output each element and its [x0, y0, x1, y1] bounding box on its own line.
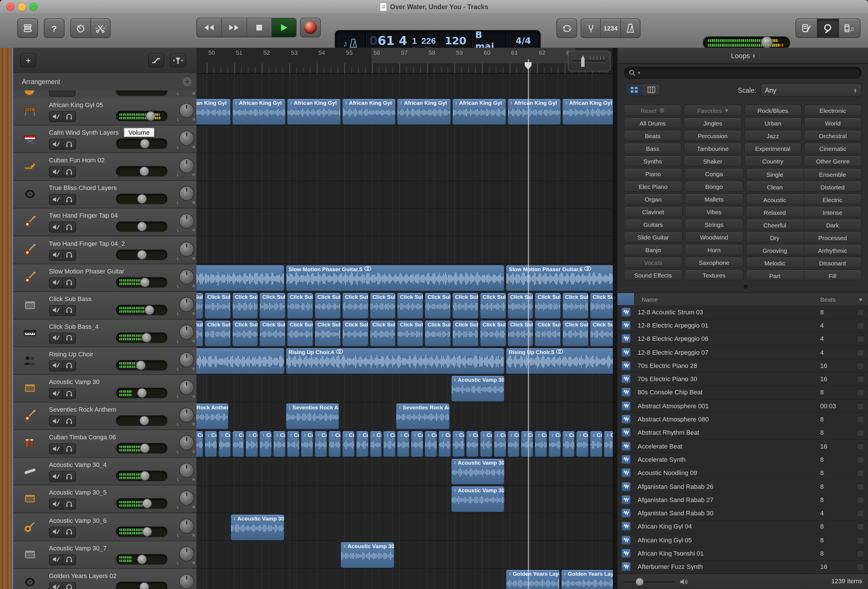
- track-volume-slider[interactable]: [116, 415, 168, 426]
- volume-thumb[interactable]: [139, 166, 149, 176]
- audio-region[interactable]: Click Sub Bass_2: [590, 292, 613, 319]
- track-volume-slider[interactable]: [116, 138, 168, 149]
- filter-button-banjo[interactable]: Banjo: [624, 244, 682, 255]
- audio-region[interactable]: Rising Up Choir.3: [196, 348, 285, 374]
- favorite-checkbox[interactable]: [856, 321, 865, 329]
- audio-region[interactable]: ↕African King Gyl: [397, 99, 451, 125]
- filter-button-grooving[interactable]: Grooving: [746, 245, 804, 255]
- time-ruler[interactable]: 505152535455565758596061626364: [196, 48, 613, 74]
- filter-button-bass[interactable]: Bass: [624, 143, 682, 154]
- favorite-checkbox[interactable]: [856, 442, 865, 450]
- editors-button[interactable]: [91, 19, 110, 37]
- region-lanes[interactable]: ↕African King Gyl ↕African King Gyl ↕Afr…: [196, 73, 613, 589]
- quick-help-button[interactable]: ?: [44, 18, 65, 38]
- audio-region[interactable]: Slow Motion Phaser Guitar.5: [286, 265, 505, 291]
- volume-thumb[interactable]: [137, 250, 147, 259]
- audio-region[interactable]: Click Sub Bass_7: [507, 320, 534, 347]
- mute-button[interactable]: [49, 250, 63, 261]
- audio-region[interactable]: Rising Up Choir.4: [286, 348, 505, 374]
- add-arrangement-button[interactable]: +: [183, 77, 192, 86]
- audio-region[interactable]: ↕Cuban Timba Conga: [260, 431, 272, 457]
- audio-region[interactable]: Click Sub Bass_7: [369, 320, 396, 347]
- track-volume-slider[interactable]: [116, 194, 168, 205]
- audio-region[interactable]: ↕Cuban Timba Conga: [521, 431, 534, 457]
- filter-button-horn[interactable]: Horn: [685, 244, 744, 255]
- audio-region[interactable]: ↕Cuban Timba Conga: [397, 431, 410, 457]
- loop-list-item[interactable]: Afganistan Sand Rabab 26 8: [617, 480, 868, 494]
- pan-knob[interactable]: [179, 131, 194, 146]
- audio-region[interactable]: ↕Acoustic Vamp 30: [230, 514, 284, 540]
- track-header-row[interactable]: Seventies Rock Anthem LR: [13, 402, 196, 430]
- solo-button[interactable]: [63, 361, 76, 371]
- solo-button[interactable]: [63, 582, 76, 589]
- track-header-row[interactable]: Two Hand Finger Tap 04_2 LR: [13, 236, 196, 264]
- audio-region[interactable]: ↕Acoustic Vamp 30: [451, 486, 505, 513]
- filter-button-percussion[interactable]: Percussion: [684, 130, 742, 141]
- filter-button-distorted[interactable]: Distorted: [804, 181, 861, 192]
- track-header-row[interactable]: Acoustic Vamp 30_5 LR: [13, 486, 196, 513]
- solo-button[interactable]: [63, 305, 76, 316]
- filter-button-tambourine[interactable]: Tambourine: [684, 143, 742, 154]
- track-name[interactable]: True Bliss Chord Layers: [49, 184, 117, 191]
- note-pads-button[interactable]: [796, 19, 818, 37]
- track-name[interactable]: Acoustic Vamp 30_4: [49, 461, 106, 468]
- audio-region[interactable]: ↕African King Gyl: [196, 99, 231, 125]
- audio-region[interactable]: Click Sub Bass_7: [204, 320, 231, 347]
- audio-region[interactable]: ↕Cuban Timba Conga: [493, 431, 506, 457]
- mute-button[interactable]: [49, 166, 63, 177]
- audio-region[interactable]: ↕African King Gyl: [287, 99, 341, 125]
- volume-thumb[interactable]: [137, 388, 147, 398]
- volume-thumb[interactable]: [145, 305, 154, 315]
- filter-button-intense[interactable]: Intense: [804, 207, 861, 217]
- audio-region[interactable]: ↕Acoustic Vamp 30: [451, 375, 505, 402]
- audio-region[interactable]: Click Sub Bass_7: [425, 320, 451, 347]
- track-volume-slider[interactable]: [116, 554, 168, 564]
- favorite-checkbox[interactable]: [856, 388, 865, 396]
- solo-button[interactable]: [63, 443, 76, 454]
- favorite-checkbox[interactable]: [856, 308, 865, 316]
- solo-button[interactable]: [63, 416, 76, 427]
- track-header-row[interactable]: Acoustic Vamp 30_4 LR: [13, 458, 196, 486]
- mute-button[interactable]: [49, 305, 63, 316]
- track-name[interactable]: Slow Motion Phaser Guitar: [49, 268, 124, 274]
- audio-region[interactable]: ↕Cuban Timba Conga: [218, 431, 231, 457]
- audio-region[interactable]: ↕Cuban Timba Conga: [301, 431, 313, 457]
- volume-thumb[interactable]: [140, 443, 150, 453]
- audio-region[interactable]: Click Sub Bass_2: [397, 292, 424, 319]
- track-volume-slider[interactable]: [116, 249, 168, 260]
- audio-region[interactable]: ↕Seventies Rock Anthem: [196, 403, 229, 430]
- solo-button[interactable]: [63, 222, 76, 233]
- audio-region[interactable]: Click Sub Bass_2: [369, 292, 396, 319]
- loop-list-item[interactable]: 12-8 Electric Arpeggio 07 4: [617, 346, 868, 359]
- filter-button-dissonant[interactable]: Dissonant: [804, 258, 861, 268]
- solo-button[interactable]: [63, 554, 76, 565]
- library-button[interactable]: [17, 18, 38, 38]
- audio-region[interactable]: Click Sub Bass_2: [535, 292, 561, 319]
- preview-volume-thumb[interactable]: [636, 578, 644, 586]
- audio-region[interactable]: ↕Cuban Timba Conga: [549, 431, 561, 457]
- zoom-slider[interactable]: [568, 51, 611, 71]
- track-volume-slider[interactable]: [116, 277, 168, 287]
- audio-region[interactable]: ↕Cuban Timba Conga: [383, 431, 396, 457]
- rewind-button[interactable]: [197, 18, 222, 37]
- track-name[interactable]: Acoustic Vamp 30_6: [49, 517, 106, 524]
- audio-region[interactable]: Slow Motion Phaser Guitar.4: [196, 265, 285, 291]
- track-name[interactable]: Acoustic Vamp 30_5: [49, 489, 106, 496]
- loop-browser-header[interactable]: Loops ▲▼: [617, 48, 868, 64]
- mute-button[interactable]: [49, 194, 63, 205]
- track-volume-slider[interactable]: [116, 443, 168, 454]
- loop-list-item[interactable]: 70s Electric Piano 30 16: [617, 372, 868, 386]
- play-button[interactable]: [272, 18, 296, 37]
- audio-region[interactable]: Click Sub Bass_7: [232, 320, 258, 347]
- audio-region[interactable]: ↕Acoustic Vamp 30: [451, 459, 505, 485]
- audio-region[interactable]: ↕Cuban Timba Conga: [466, 431, 479, 457]
- favorite-checkbox[interactable]: [856, 536, 865, 544]
- pan-knob[interactable]: [179, 408, 194, 423]
- track-name[interactable]: Acoustic Vamp 30_7: [49, 544, 106, 551]
- audio-region[interactable]: Click Sub Bass_7: [196, 320, 203, 347]
- mute-button[interactable]: [49, 277, 63, 288]
- audio-region[interactable]: ↕Cuban Timba Conga: [328, 431, 341, 457]
- track-name[interactable]: Click Sub Bass_4: [49, 323, 99, 330]
- mute-button[interactable]: [49, 416, 63, 427]
- loop-list-item[interactable]: 12-8 Acoustic Strum 03 8: [617, 305, 868, 319]
